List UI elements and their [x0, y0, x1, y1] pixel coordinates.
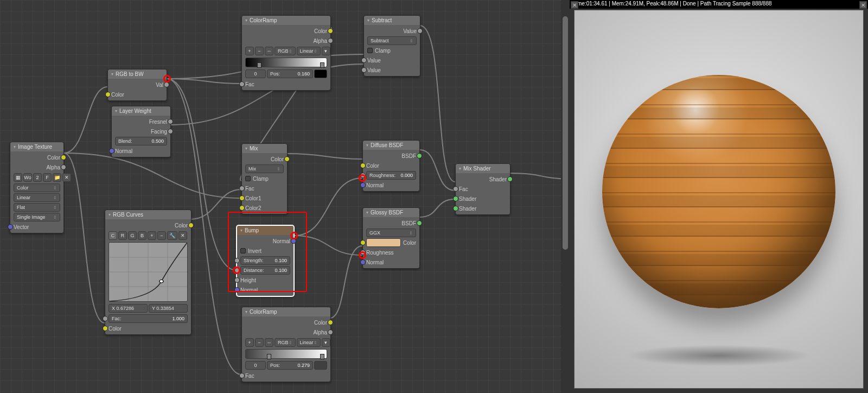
colormode-dropdown[interactable]: RGB: [275, 338, 296, 347]
collapse-icon[interactable]: ▾: [111, 72, 113, 77]
curve-y-field[interactable]: Y 0.33854: [149, 304, 188, 313]
node-header[interactable]: ▾Glossy BSDF: [363, 208, 419, 217]
socket-fac-in[interactable]: [239, 186, 245, 191]
pos-field[interactable]: Pos:0.279: [267, 361, 313, 370]
interp-dropdown[interactable]: Linear: [297, 47, 321, 55]
flip-button[interactable]: ↔: [265, 338, 273, 347]
unlink-button[interactable]: ✕: [62, 173, 71, 182]
node-header[interactable]: ▾ColorRamp: [242, 16, 330, 25]
node-header[interactable]: ▾Subtract: [364, 16, 420, 25]
blend-dropdown[interactable]: Mix: [245, 164, 284, 173]
remove-stop-button[interactable]: −: [255, 47, 264, 55]
collapse-icon[interactable]: ▾: [459, 166, 461, 171]
socket-normal-in[interactable]: [360, 259, 366, 265]
socket-vector-in[interactable]: [8, 224, 13, 230]
node-header[interactable]: ▾Mix: [242, 144, 287, 153]
socket-fac-in[interactable]: [239, 81, 245, 87]
stop-color-swatch[interactable]: [314, 361, 327, 370]
socket-fac-in[interactable]: [239, 373, 245, 378]
colorspace-dropdown[interactable]: Color: [14, 183, 60, 192]
socket-color-in[interactable]: [105, 92, 111, 97]
zoom-in-button[interactable]: +: [148, 231, 156, 240]
socket-color1-in[interactable]: [239, 195, 245, 201]
socket-fresnel-out[interactable]: [168, 119, 173, 124]
socket-color-out[interactable]: [328, 320, 333, 325]
collapse-icon[interactable]: ▾: [240, 228, 242, 233]
interp-dropdown[interactable]: Linear: [297, 338, 321, 347]
colormode-dropdown[interactable]: RGB: [275, 47, 296, 55]
operation-dropdown[interactable]: Subtract: [367, 36, 417, 45]
delete-point-button[interactable]: ✕: [178, 231, 187, 240]
node-subtract[interactable]: ▾Subtract Value Subtract Clamp Value Val…: [363, 15, 420, 77]
socket-alpha-out[interactable]: [328, 329, 333, 335]
tools-button[interactable]: 🔧: [167, 231, 177, 240]
socket-facing-out[interactable]: [168, 129, 173, 134]
socket-value1-in[interactable]: [361, 58, 367, 63]
socket-value-out[interactable]: [417, 28, 423, 34]
socket-strength-in[interactable]: [234, 258, 240, 263]
collapse-icon[interactable]: ▾: [115, 109, 117, 113]
more-button[interactable]: ▾: [322, 338, 330, 347]
node-header[interactable]: ▾Mix Shader: [456, 164, 510, 173]
socket-roughness-in[interactable]: [360, 173, 366, 178]
node-header[interactable]: ▾Bump: [237, 226, 293, 235]
socket-color-out[interactable]: [284, 156, 290, 162]
node-header[interactable]: ▾Image Texture: [10, 142, 63, 151]
close-button-right[interactable]: ✕: [859, 1, 867, 9]
socket-alpha-out[interactable]: [328, 38, 333, 43]
clamp-checkbox[interactable]: [367, 48, 373, 53]
socket-fac-in[interactable]: [103, 316, 108, 321]
node-mix[interactable]: ▾Mix Color Mix Clamp Fac Color1 Color2: [241, 143, 288, 214]
socket-roughness-in[interactable]: [360, 250, 366, 255]
invert-checkbox[interactable]: [240, 248, 246, 253]
collapse-icon[interactable]: ▾: [366, 210, 368, 215]
node-header[interactable]: ▾ColorRamp: [242, 307, 330, 316]
scrollbar-thumb[interactable]: [563, 16, 568, 250]
socket-color2-in[interactable]: [239, 205, 245, 211]
zoom-out-button[interactable]: −: [157, 231, 166, 240]
node-image-texture[interactable]: ▾Image Texture Color Alpha ▦ Wo 2 F 📁 ✕ …: [10, 142, 64, 233]
node-header[interactable]: ▾RGB to BW: [108, 69, 167, 79]
socket-height-in[interactable]: [234, 277, 240, 283]
node-colorramp-2[interactable]: ▾ColorRamp Color Alpha + − ↔ RGB Linear …: [241, 307, 331, 382]
node-header[interactable]: ▾Diffuse BSDF: [363, 141, 419, 150]
users-button[interactable]: 2: [33, 173, 42, 182]
interpolation-dropdown[interactable]: Linear: [14, 193, 60, 202]
node-mix-shader[interactable]: ▾Mix Shader Shader Fac Shader Shader: [455, 163, 510, 215]
collapse-icon[interactable]: ▾: [245, 309, 247, 314]
node-bump[interactable]: ▾Bump Normal Invert Strength:0.100 Dista…: [237, 225, 294, 296]
channel-c-button[interactable]: C: [108, 231, 117, 240]
socket-shader2-in[interactable]: [453, 206, 458, 211]
color-swatch[interactable]: [366, 238, 401, 247]
socket-normal-in[interactable]: [234, 287, 240, 293]
image-browse-button[interactable]: ▦: [14, 173, 22, 182]
node-diffuse-bsdf[interactable]: ▾Diffuse BSDF BSDF Color Roughness:0.000…: [362, 140, 420, 192]
gradient-bar[interactable]: [245, 349, 327, 359]
socket-alpha-out[interactable]: [61, 164, 66, 170]
socket-fac-in[interactable]: [453, 186, 458, 192]
socket-color-out[interactable]: [188, 223, 194, 228]
add-stop-button[interactable]: +: [245, 338, 254, 347]
stop-index-field[interactable]: 0: [245, 69, 266, 78]
socket-normal-out[interactable]: [291, 238, 296, 244]
image-name-field[interactable]: Wo: [23, 173, 32, 182]
socket-shader-out[interactable]: [507, 176, 513, 182]
clamp-checkbox[interactable]: [245, 176, 251, 181]
collapse-icon[interactable]: ▾: [14, 144, 16, 149]
node-layer-weight[interactable]: ▾Layer Weight Fresnel Facing Blend:0.500…: [111, 106, 171, 157]
socket-bsdf-out[interactable]: [417, 220, 422, 226]
flip-button[interactable]: ↔: [265, 47, 273, 55]
pos-field[interactable]: Pos:0.160: [267, 69, 313, 78]
node-editor-scrollbar[interactable]: [561, 0, 570, 393]
curve-editor[interactable]: [108, 242, 188, 302]
socket-value2-in[interactable]: [361, 67, 367, 73]
node-rgb-to-bw[interactable]: ▾RGB to BW Val Color: [107, 69, 167, 101]
roughness-field[interactable]: Roughness:0.000: [366, 171, 416, 180]
channel-r-button[interactable]: R: [118, 231, 127, 240]
collapse-icon[interactable]: ▾: [367, 18, 369, 23]
socket-color-out[interactable]: [328, 28, 333, 34]
socket-color-out[interactable]: [61, 155, 66, 160]
node-editor[interactable]: ▾Image Texture Color Alpha ▦ Wo 2 F 📁 ✕ …: [0, 0, 570, 393]
open-image-button[interactable]: 📁: [53, 173, 61, 182]
add-stop-button[interactable]: +: [245, 47, 254, 55]
